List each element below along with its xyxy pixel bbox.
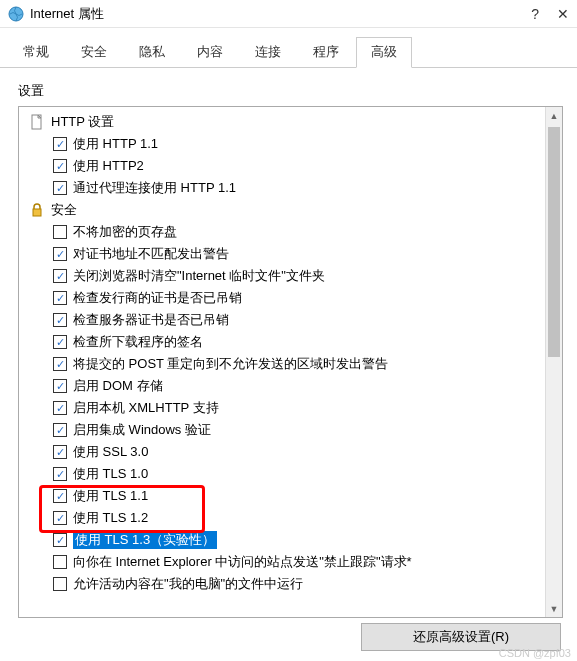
tree-item-label: 检查所下载程序的签名 <box>73 333 203 351</box>
checkbox[interactable] <box>53 533 67 547</box>
checkbox[interactable] <box>53 423 67 437</box>
tree-item-label: 检查服务器证书是否已吊销 <box>73 311 229 329</box>
checkbox[interactable] <box>53 181 67 195</box>
tree-item[interactable]: 使用 TLS 1.1 <box>25 485 560 507</box>
tree-item-label: 将提交的 POST 重定向到不允许发送的区域时发出警告 <box>73 355 388 373</box>
checkbox[interactable] <box>53 225 67 239</box>
tree-item-label: 使用 SSL 3.0 <box>73 443 148 461</box>
tree-item[interactable]: 使用 TLS 1.2 <box>25 507 560 529</box>
tree-item[interactable]: 启用 DOM 存储 <box>25 375 560 397</box>
checkbox[interactable] <box>53 379 67 393</box>
tree-item-label: 使用 TLS 1.0 <box>73 465 148 483</box>
checkbox[interactable] <box>53 489 67 503</box>
internet-options-icon <box>8 6 24 22</box>
tree-item[interactable]: 启用集成 Windows 验证 <box>25 419 560 441</box>
settings-tree[interactable]: HTTP 设置使用 HTTP 1.1使用 HTTP2通过代理连接使用 HTTP … <box>18 106 563 618</box>
tab-5[interactable]: 程序 <box>298 37 354 68</box>
checkbox[interactable] <box>53 577 67 591</box>
tree-item[interactable]: 关闭浏览器时清空"Internet 临时文件"文件夹 <box>25 265 560 287</box>
tree-item-label: HTTP 设置 <box>51 113 114 131</box>
lock-icon <box>29 202 45 218</box>
tree-item[interactable]: 使用 TLS 1.0 <box>25 463 560 485</box>
checkbox[interactable] <box>53 247 67 261</box>
checkbox[interactable] <box>53 445 67 459</box>
tab-3[interactable]: 内容 <box>182 37 238 68</box>
tree-item[interactable]: 启用本机 XMLHTTP 支持 <box>25 397 560 419</box>
tree-item[interactable]: 向你在 Internet Explorer 中访问的站点发送"禁止跟踪"请求* <box>25 551 560 573</box>
tree-item-label: 通过代理连接使用 HTTP 1.1 <box>73 179 236 197</box>
tree-item[interactable]: 通过代理连接使用 HTTP 1.1 <box>25 177 560 199</box>
tree-item-label: 使用 TLS 1.1 <box>73 487 148 505</box>
tab-0[interactable]: 常规 <box>8 37 64 68</box>
checkbox[interactable] <box>53 313 67 327</box>
close-icon[interactable]: ✕ <box>557 6 569 22</box>
tree-item-label: 对证书地址不匹配发出警告 <box>73 245 229 263</box>
checkbox[interactable] <box>53 555 67 569</box>
scroll-down-icon[interactable]: ▼ <box>546 600 562 617</box>
tab-2[interactable]: 隐私 <box>124 37 180 68</box>
tab-1[interactable]: 安全 <box>66 37 122 68</box>
tree-item-label: 检查发行商的证书是否已吊销 <box>73 289 242 307</box>
scrollbar[interactable]: ▲ ▼ <box>545 107 562 617</box>
tree-item[interactable]: 安全 <box>25 199 560 221</box>
tree-item-label: 使用 HTTP 1.1 <box>73 135 158 153</box>
tree-item-label: 向你在 Internet Explorer 中访问的站点发送"禁止跟踪"请求* <box>73 553 412 571</box>
tree-item-label: 关闭浏览器时清空"Internet 临时文件"文件夹 <box>73 267 325 285</box>
checkbox[interactable] <box>53 335 67 349</box>
checkbox[interactable] <box>53 401 67 415</box>
checkbox[interactable] <box>53 467 67 481</box>
tree-item[interactable]: 使用 SSL 3.0 <box>25 441 560 463</box>
tree-item-label: 允许活动内容在"我的电脑"的文件中运行 <box>73 575 303 593</box>
document-icon <box>29 114 45 130</box>
checkbox[interactable] <box>53 291 67 305</box>
tree-item[interactable]: 使用 HTTP 1.1 <box>25 133 560 155</box>
tree-item[interactable]: 使用 HTTP2 <box>25 155 560 177</box>
tree-item[interactable]: 不将加密的页存盘 <box>25 221 560 243</box>
tree-item[interactable]: 使用 TLS 1.3（实验性） <box>25 529 560 551</box>
tree-item[interactable]: HTTP 设置 <box>25 111 560 133</box>
tree-item-label: 使用 TLS 1.2 <box>73 509 148 527</box>
tree-item[interactable]: 检查发行商的证书是否已吊销 <box>25 287 560 309</box>
checkbox[interactable] <box>53 159 67 173</box>
tab-6[interactable]: 高级 <box>356 37 412 68</box>
checkbox[interactable] <box>53 357 67 371</box>
checkbox[interactable] <box>53 137 67 151</box>
tab-bar: 常规安全隐私内容连接程序高级 <box>0 28 577 68</box>
tree-item-label: 启用集成 Windows 验证 <box>73 421 211 439</box>
tree-item[interactable]: 允许活动内容在"我的电脑"的文件中运行 <box>25 573 560 595</box>
tree-item[interactable]: 对证书地址不匹配发出警告 <box>25 243 560 265</box>
tree-item-label: 不将加密的页存盘 <box>73 223 177 241</box>
checkbox[interactable] <box>53 269 67 283</box>
tree-item-label: 使用 TLS 1.3（实验性） <box>73 531 217 549</box>
tree-item-label: 启用本机 XMLHTTP 支持 <box>73 399 219 417</box>
settings-label: 设置 <box>18 82 563 100</box>
tree-item-label: 启用 DOM 存储 <box>73 377 163 395</box>
titlebar: Internet 属性 ? ✕ <box>0 0 577 28</box>
scroll-up-icon[interactable]: ▲ <box>546 107 562 124</box>
tree-item-label: 使用 HTTP2 <box>73 157 144 175</box>
scroll-thumb[interactable] <box>548 127 560 357</box>
help-button[interactable]: ? <box>531 6 539 22</box>
tree-item[interactable]: 检查所下载程序的签名 <box>25 331 560 353</box>
watermark: CSDN @zpf03 <box>499 647 571 659</box>
window-title: Internet 属性 <box>30 5 531 23</box>
tree-item[interactable]: 检查服务器证书是否已吊销 <box>25 309 560 331</box>
checkbox[interactable] <box>53 511 67 525</box>
tree-item[interactable]: 将提交的 POST 重定向到不允许发送的区域时发出警告 <box>25 353 560 375</box>
tab-4[interactable]: 连接 <box>240 37 296 68</box>
svg-rect-2 <box>33 209 41 216</box>
tree-item-label: 安全 <box>51 201 77 219</box>
